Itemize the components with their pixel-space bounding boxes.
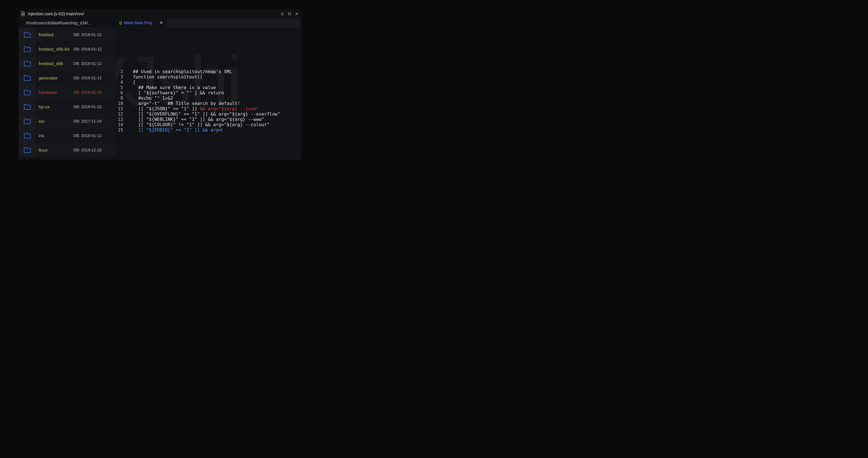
code-line: 15 [[ "${EDBID}" == "1" ]] && arg=: [116, 127, 301, 133]
file-row[interactable]: freebsd_x86-64DB: 2018-01-12: [19, 42, 116, 56]
editor-panel: {} Main Data Proj VJshi 2## Used in sear…: [116, 18, 301, 160]
code-area[interactable]: VJshi 2## Used in searchsploitout/nmap's…: [116, 28, 301, 160]
file-name: irix: [36, 133, 73, 138]
file-date: DB: 2019-01-12: [73, 76, 116, 80]
folder-icon: [19, 114, 36, 128]
code-text: function searchsploitout(): [127, 75, 203, 80]
code-text: [ "${software}" = "" ] && return: [127, 90, 224, 96]
code-text: {: [127, 80, 135, 85]
braces-icon: {}: [119, 21, 122, 25]
svg-point-3: [281, 13, 283, 15]
file-row[interactable]: irixDB: 2018-01-12: [19, 128, 116, 143]
file-name: hardware: [36, 90, 73, 95]
file-date: DB: 2017-11-24: [73, 119, 116, 124]
file-row[interactable]: generatorDB: 2019-01-12: [19, 71, 116, 85]
file-row[interactable]: freebsdDB: 2018-01-22: [19, 28, 116, 42]
code-line: 11 [[ "${JSON}" == "1" ]] && arg="${arg}…: [116, 106, 301, 112]
file-date: DB: 2018-01-22: [73, 32, 116, 37]
tab-label: Main Data Proj: [124, 21, 152, 25]
file-list: freebsdDB: 2018-01-22freebsd_x86-64DB: 2…: [19, 28, 116, 160]
app-window: injection.core.[v-02]-main/vvv/ //root/u…: [19, 9, 301, 160]
minimize-button[interactable]: [281, 12, 284, 16]
line-number: 11: [116, 106, 127, 112]
tab-bar: {} Main Data Proj: [116, 18, 301, 28]
window-title: injection.core.[v-02]-main/vvv/: [28, 11, 84, 16]
maximize-button[interactable]: [288, 12, 291, 16]
code-line: 5 ## Make sure there is a value: [116, 85, 301, 90]
code-line: 10 arg="-t" ## Title search by default!: [116, 101, 301, 106]
folder-icon: [19, 42, 36, 56]
document-icon: [21, 11, 25, 16]
folder-icon: [19, 143, 36, 157]
window-controls: [281, 12, 299, 16]
line-number: 14: [116, 122, 127, 127]
file-row[interactable]: iosDB: 2017-11-24: [19, 114, 116, 128]
code-line: 2## Used in searchsploitout/nmap's XML: [116, 69, 301, 75]
current-path: //root/userx3/dataRoam/reg_s34/...: [19, 18, 116, 28]
tab-main-data-proj[interactable]: {} Main Data Proj: [116, 18, 166, 28]
code-line: 13 [[ "${WEBLINK}" == "1" ]] && arg="${a…: [116, 117, 301, 122]
line-number: 6: [116, 90, 127, 96]
text-cursor: [221, 128, 222, 132]
code-text: [[ "${JSON}" == "1" ]] && arg="${arg} --…: [127, 106, 259, 112]
code-line: 4{: [116, 80, 301, 85]
file-row[interactable]: hp-uxDB: 2018-01-22: [19, 99, 116, 114]
code-text: [[ "${COLOUR}" != "1" ]] && arg="${arg} …: [127, 122, 270, 127]
file-name: freebsd_x86-64: [36, 47, 73, 52]
line-number: 13: [116, 117, 127, 122]
code-line: 8 #echo "" 1>&2: [116, 96, 301, 101]
file-name: hp-ux: [36, 104, 73, 109]
line-number: 10: [116, 101, 127, 106]
code-text: [[ "${EDBID}" == "1" ]] && arg=: [127, 127, 222, 133]
file-date: DB: 2018-12-25: [73, 148, 116, 152]
line-number: 8: [116, 96, 127, 101]
file-browser-sidebar: //root/userx3/dataRoam/reg_s34/... freeb…: [19, 18, 116, 160]
code-line: 3function searchsploitout(): [116, 75, 301, 80]
file-date: DB: 2018-01-12: [73, 61, 116, 66]
file-name: generator: [36, 76, 73, 81]
title-bar: injection.core.[v-02]-main/vvv/: [19, 9, 301, 18]
line-number: 15: [116, 127, 127, 133]
tab-close-button[interactable]: [160, 21, 162, 25]
file-name: freebsd: [36, 32, 73, 37]
file-name: linux: [36, 148, 73, 153]
code-text: [[ "${OVERFLOW}" == "1" ]] && arg="${arg…: [127, 112, 280, 117]
folder-icon: [19, 71, 36, 85]
code-text: ## Make sure there is a value: [127, 85, 216, 90]
file-date: DB: 2018-01-12: [73, 133, 116, 138]
line-number: 2: [116, 69, 127, 75]
code-text: ## Used in searchsploitout/nmap's XML: [127, 69, 232, 75]
file-row[interactable]: hardwareDB: 2018-01-22: [19, 85, 116, 99]
file-name: ios: [36, 119, 73, 124]
code-text: [[ "${WEBLINK}" == "1" ]] && arg="${arg}…: [127, 117, 264, 122]
folder-icon: [19, 85, 36, 99]
file-date: DB: 2018-01-22: [73, 105, 116, 109]
svg-rect-4: [288, 13, 290, 15]
line-number: 12: [116, 112, 127, 117]
folder-icon: [19, 28, 36, 42]
close-button[interactable]: [295, 12, 299, 16]
folder-icon: [19, 128, 36, 143]
code-text: #echo "" 1>&2: [127, 96, 173, 101]
code-text: arg="-t" ## Title search by default!: [127, 101, 240, 106]
tab-filler: [166, 18, 301, 28]
file-row[interactable]: linuxDB: 2018-12-25: [19, 143, 116, 157]
line-number: 3: [116, 75, 127, 80]
code-line: 12 [[ "${OVERFLOW}" == "1" ]] && arg="${…: [116, 112, 301, 117]
line-number: 4: [116, 80, 127, 85]
code-line: 14 [[ "${COLOUR}" != "1" ]] && arg="${ar…: [116, 122, 301, 127]
folder-icon: [19, 56, 36, 70]
file-date: DB: 2018-01-22: [73, 90, 116, 95]
folder-icon: [19, 99, 36, 114]
file-row[interactable]: freebsd_x86DB: 2018-01-12: [19, 56, 116, 71]
code-line: 6 [ "${software}" = "" ] && return: [116, 90, 301, 96]
file-date: DB: 2018-01-12: [73, 47, 116, 52]
line-number: 5: [116, 85, 127, 90]
file-name: freebsd_x86: [36, 61, 73, 66]
